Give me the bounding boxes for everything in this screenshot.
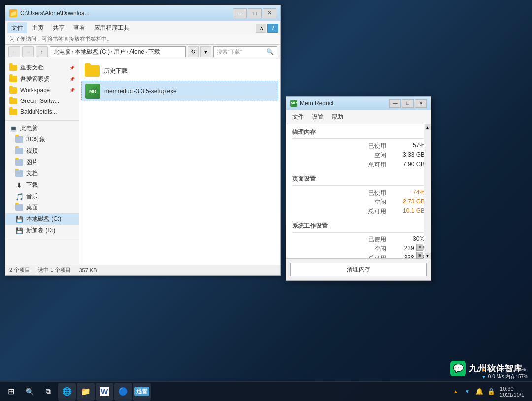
memreduct-icon: MR [290, 100, 297, 107]
search-icon[interactable]: 🔍 [266, 48, 274, 55]
sidebar-item-thispc[interactable]: 💻 此电脑 [5, 123, 79, 134]
date-display: 2021/10/1 [500, 392, 524, 398]
music-icon: 🎵 [15, 193, 23, 200]
explorer-close-button[interactable]: ✕ [263, 8, 276, 18]
expand-ribbon-button[interactable]: ∧ [256, 24, 266, 33]
dropdown-button[interactable]: ▾ [200, 46, 211, 57]
download-speed: 0.0 M/s 内存: 57% [488, 373, 528, 380]
memreduct-titlebar: MR Mem Reduct — □ ✕ [286, 97, 431, 110]
view-icon-2[interactable]: ⊞ [416, 252, 423, 259]
taskbar-app5[interactable]: 迅雷 [133, 383, 151, 401]
breadcrumb-thispc[interactable]: 此电脑 [53, 48, 71, 56]
memreduct-close-button[interactable]: ✕ [415, 99, 427, 108]
sidebar-item-workspace[interactable]: Workspace 📌 [5, 85, 79, 96]
forward-button[interactable]: → [22, 46, 34, 57]
page-used-value: 74% [390, 189, 425, 197]
sidebar-label-3d: 3D对象 [26, 135, 45, 144]
menu-bar: 文件 主页 共享 查看 应用程序工具 ∧ ? [5, 21, 280, 34]
sidebar-item-music[interactable]: 🎵 音乐 [5, 191, 79, 202]
breadcrumb-download[interactable]: 下载 [148, 48, 160, 56]
folder-icon-docs [15, 170, 23, 178]
tray-down-icon[interactable]: ▼ [463, 387, 472, 397]
menu-item-apptools[interactable]: 应用程序工具 [90, 22, 133, 33]
sidebar-item-guanjia[interactable]: 吾爱管家婆 📌 [5, 73, 79, 85]
refresh-button[interactable]: ↻ [188, 46, 199, 57]
page-free-label: 空闲 [374, 198, 386, 206]
sidebar-label-documents: 文档 [26, 169, 38, 178]
menu-item-file[interactable]: 文件 [7, 22, 27, 33]
sidebar-item-desktop[interactable]: 桌面 [5, 202, 79, 213]
menu-item-view[interactable]: 查看 [69, 22, 89, 33]
folder-icon-important [9, 64, 17, 72]
sys-free-label: 空闲 [374, 245, 386, 253]
breadcrumb-c[interactable]: 本地磁盘 (C:) [75, 48, 110, 56]
taskbar-word-app[interactable]: W [96, 383, 113, 401]
taskbar-explorer-app[interactable]: 📁 [77, 383, 95, 401]
sidebar-item-3dobjects[interactable]: 3D对象 [5, 134, 79, 145]
search-placeholder: 搜索"下载" [217, 48, 266, 56]
breadcrumb-users[interactable]: 用户 [114, 48, 126, 56]
upload-arrow-icon: ▲ [481, 367, 486, 372]
taskbar: ⊞ 🔍 ⧉ 🌐 📁 W 🔵 迅雷 ▲ ▼ [0, 381, 532, 401]
page-used-row: 已使用 74% [292, 189, 425, 197]
pin-icon-3: 📌 [69, 88, 75, 93]
status-bar: 2 个项目 选中 1 个项目 357 KB [5, 265, 280, 275]
address-bar[interactable]: 此电脑 › 本地磁盘 (C:) › 用户 › Alone › 下载 [50, 46, 186, 57]
taskbar-browser-app[interactable]: 🌐 [58, 383, 76, 401]
mem-menu-file[interactable]: 文件 [288, 111, 308, 123]
memreduct-title-buttons: — □ ✕ [389, 99, 427, 108]
phys-used-row: 已使用 57% [292, 142, 425, 150]
explorer-maximize-button[interactable]: □ [248, 8, 262, 18]
file-item-history[interactable]: 历史下载 [81, 61, 278, 81]
system-work-title: 系统工作设置 [292, 222, 425, 233]
sidebar-item-greensoft[interactable]: Green_Softw... [5, 96, 79, 106]
sidebar: 重要文档 📌 吾爱管家婆 📌 Workspace 📌 [5, 59, 79, 265]
sidebar-item-drive-c[interactable]: 💾 本地磁盘 (C:) [5, 213, 79, 225]
taskbar-edge-app[interactable]: 🔵 [114, 383, 132, 401]
sys-used-row: 已使用 30% [292, 235, 425, 244]
sidebar-item-pictures[interactable]: 图片 [5, 157, 79, 168]
clean-memory-button[interactable]: 清理内存 [290, 263, 427, 276]
sys-total-label: 总可用 [368, 254, 386, 258]
sidebar-item-documents[interactable]: 文档 [5, 168, 79, 179]
phys-used-label: 已使用 [368, 142, 386, 150]
scrollbar[interactable]: ▲ ▼ [424, 124, 431, 259]
folder-icon-history [84, 63, 100, 79]
sidebar-label-greensoft: Green_Softw... [20, 98, 59, 104]
explorer-minimize-button[interactable]: — [233, 8, 247, 18]
perf-display: ▲ 0.0 M/s CPU: 9% ▼ 0.0 M/s 内存: 57% [481, 367, 528, 380]
back-button[interactable]: ← [8, 46, 20, 57]
sidebar-item-downloads[interactable]: ⬇ 下载 [5, 179, 79, 191]
sidebar-item-important-docs[interactable]: 重要文档 📌 [5, 62, 79, 73]
help-button[interactable]: ? [267, 24, 278, 33]
titlebar-buttons: — □ ✕ [233, 8, 276, 18]
mem-menu-help[interactable]: 帮助 [328, 111, 347, 123]
search-bar[interactable]: 搜索"下载" 🔍 [213, 46, 277, 57]
tray-up-icon[interactable]: ▲ [451, 387, 461, 397]
sidebar-item-drive-d[interactable]: 💾 新加卷 (D:) [5, 225, 79, 236]
page-used-label: 已使用 [368, 189, 386, 197]
up-button[interactable]: ↑ [36, 46, 48, 57]
lock-icon[interactable]: 🔒 [486, 387, 496, 397]
view-icon-1[interactable]: ≡ [416, 244, 423, 251]
notification-icon[interactable]: 🔔 [474, 387, 484, 397]
sidebar-item-video[interactable]: 视频 [5, 145, 79, 157]
search-taskbar-button[interactable]: 🔍 [21, 383, 38, 401]
mem-menu-settings[interactable]: 设置 [308, 111, 328, 123]
memreduct-minimize-button[interactable]: — [389, 99, 401, 108]
time-display: 10:30 [500, 386, 524, 392]
scroll-up-button[interactable]: ▲ [425, 124, 431, 130]
menu-item-home[interactable]: 主页 [28, 22, 48, 33]
menu-item-share[interactable]: 共享 [49, 22, 68, 33]
sidebar-label-pictures: 图片 [26, 158, 38, 167]
sidebar-item-baidu[interactable]: BaiduNetdis... [5, 106, 79, 117]
memreduct-maximize-button[interactable]: □ [402, 99, 414, 108]
file-item-memreduct[interactable]: MR memreduct-3.3.5-setup.exe [81, 81, 278, 101]
sys-used-label: 已使用 [368, 235, 386, 244]
page-free-value: 2.73 GB [390, 198, 425, 206]
start-button[interactable]: ⊞ [2, 383, 20, 401]
scroll-down-button[interactable]: ▼ [425, 253, 431, 259]
taskview-button[interactable]: ⧉ [39, 383, 57, 401]
breadcrumb-alone[interactable]: Alone [129, 48, 144, 55]
folder-icon-video [15, 147, 23, 155]
